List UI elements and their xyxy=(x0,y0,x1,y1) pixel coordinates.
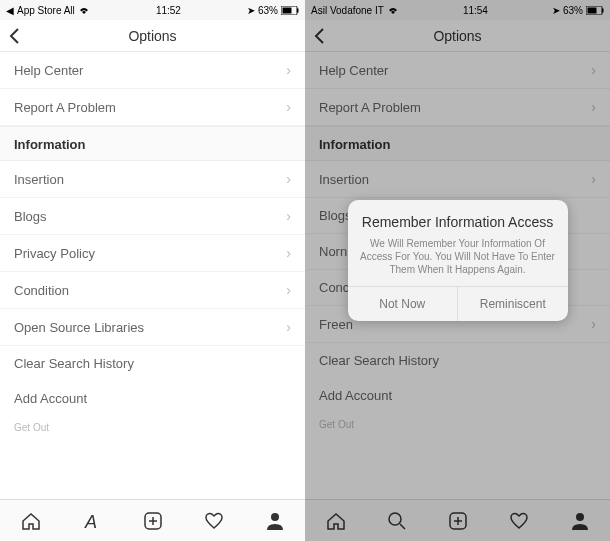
page-title: Options xyxy=(128,28,176,44)
row-label: Conc xyxy=(319,280,349,295)
clock: 11:52 xyxy=(156,5,181,16)
row-report-problem[interactable]: Report A Problem › xyxy=(305,89,610,126)
row-label: Help Center xyxy=(14,63,83,78)
wifi-icon xyxy=(78,5,90,15)
battery-text: 63% xyxy=(563,5,583,16)
row-get-out[interactable]: Get Out xyxy=(305,413,610,436)
add-post-icon[interactable] xyxy=(142,510,164,532)
row-open-source[interactable]: Open Source Libraries › xyxy=(0,309,305,346)
clock: 11:54 xyxy=(463,5,488,16)
chevron-right-icon: › xyxy=(286,99,291,115)
row-label: Open Source Libraries xyxy=(14,320,144,335)
svg-rect-2 xyxy=(282,7,291,13)
row-add-account[interactable]: Add Account xyxy=(0,381,305,416)
page-title: Options xyxy=(433,28,481,44)
back-app-icon: ◀ xyxy=(6,5,14,16)
chevron-right-icon: › xyxy=(286,208,291,224)
screen-left: ◀ App Store All 11:52 ➤ 63% Options Help… xyxy=(0,0,305,541)
back-button[interactable] xyxy=(8,27,20,45)
svg-point-11 xyxy=(576,513,584,521)
battery-icon xyxy=(281,6,299,15)
nav-bar: Options xyxy=(305,20,610,52)
row-label: Report A Problem xyxy=(14,100,116,115)
row-condition[interactable]: Condition › xyxy=(0,272,305,309)
chevron-right-icon: › xyxy=(286,245,291,261)
row-privacy-policy[interactable]: Privacy Policy › xyxy=(0,235,305,272)
wifi-icon xyxy=(387,5,399,15)
chevron-right-icon: › xyxy=(591,171,596,187)
row-label: Add Account xyxy=(14,391,87,406)
row-insertion[interactable]: Insertion › xyxy=(0,161,305,198)
nav-arrow-icon: ➤ xyxy=(247,5,255,16)
row-clear-history[interactable]: Clear Search History xyxy=(0,346,305,381)
reminiscent-button[interactable]: Reminiscent xyxy=(457,287,568,321)
text-a-icon[interactable]: A xyxy=(81,510,103,532)
chevron-right-icon: › xyxy=(286,282,291,298)
battery-text: 63% xyxy=(258,5,278,16)
profile-icon[interactable] xyxy=(569,510,591,532)
row-label: Add Account xyxy=(319,388,392,403)
status-bar: ◀ App Store All 11:52 ➤ 63% xyxy=(0,0,305,20)
dialog-message: We Will Remember Your Information Of Acc… xyxy=(360,237,556,276)
search-icon[interactable] xyxy=(386,510,408,532)
row-help-center[interactable]: Help Center › xyxy=(305,52,610,89)
home-icon[interactable] xyxy=(325,510,347,532)
home-icon[interactable] xyxy=(20,510,42,532)
row-add-account[interactable]: Add Account xyxy=(305,378,610,413)
nav-arrow-icon: ➤ xyxy=(552,5,560,16)
battery-icon xyxy=(586,6,604,15)
chevron-right-icon: › xyxy=(591,99,596,115)
profile-icon[interactable] xyxy=(264,510,286,532)
chevron-right-icon: › xyxy=(591,62,596,78)
row-blogs[interactable]: Blogs › xyxy=(0,198,305,235)
row-label: Insertion xyxy=(14,172,64,187)
row-label: Blogs xyxy=(14,209,47,224)
heart-icon[interactable] xyxy=(508,510,530,532)
nav-bar: Options xyxy=(0,20,305,52)
row-label: Freen xyxy=(319,317,353,332)
section-information: Information xyxy=(0,126,305,161)
chevron-right-icon: › xyxy=(286,319,291,335)
svg-text:A: A xyxy=(84,512,97,532)
row-label: Privacy Policy xyxy=(14,246,95,261)
not-now-button[interactable]: Not Now xyxy=(348,287,458,321)
tab-bar: A xyxy=(0,499,305,541)
row-label: Condition xyxy=(14,283,69,298)
add-post-icon[interactable] xyxy=(447,510,469,532)
row-report-problem[interactable]: Report A Problem › xyxy=(0,89,305,126)
remember-access-dialog: Remember Information Access We Will Reme… xyxy=(348,200,568,321)
row-help-center[interactable]: Help Center › xyxy=(0,52,305,89)
chevron-right-icon: › xyxy=(286,171,291,187)
row-label: Clear Search History xyxy=(14,356,134,371)
svg-rect-1 xyxy=(297,8,299,12)
row-label: Clear Search History xyxy=(319,353,439,368)
row-insertion[interactable]: Insertion › xyxy=(305,161,610,198)
carrier-text: App Store All xyxy=(17,5,75,16)
row-label: Insertion xyxy=(319,172,369,187)
screen-right: Asil Vodafone IT 11:54 ➤ 63% Options Hel… xyxy=(305,0,610,541)
row-label: Report A Problem xyxy=(319,100,421,115)
section-information: Information xyxy=(305,126,610,161)
heart-icon[interactable] xyxy=(203,510,225,532)
settings-list: Help Center › Report A Problem › Informa… xyxy=(0,52,305,499)
row-clear-history[interactable]: Clear Search History xyxy=(305,343,610,378)
svg-point-5 xyxy=(271,513,279,521)
tab-bar xyxy=(305,499,610,541)
row-label: Help Center xyxy=(319,63,388,78)
back-button[interactable] xyxy=(313,27,325,45)
dialog-title: Remember Information Access xyxy=(360,214,556,231)
status-bar: Asil Vodafone IT 11:54 ➤ 63% xyxy=(305,0,610,20)
row-get-out[interactable]: Get Out xyxy=(0,416,305,439)
svg-rect-8 xyxy=(588,7,597,13)
svg-rect-7 xyxy=(602,8,604,12)
chevron-right-icon: › xyxy=(591,316,596,332)
svg-point-9 xyxy=(389,513,401,525)
row-label: Norn xyxy=(319,244,347,259)
chevron-right-icon: › xyxy=(286,62,291,78)
carrier-text: Asil Vodafone IT xyxy=(311,5,384,16)
